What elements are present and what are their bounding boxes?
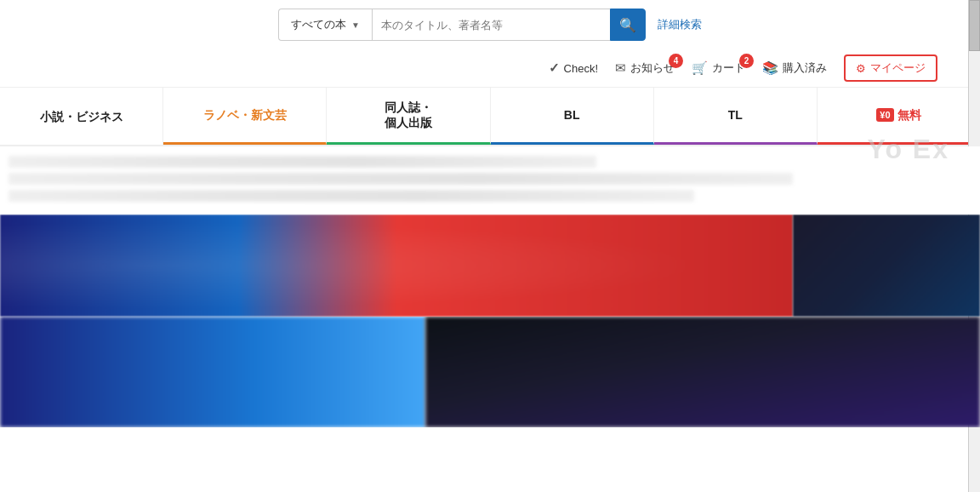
content-area (0, 146, 980, 215)
tab-doujin[interactable]: 同人誌・ 個人出版 (327, 88, 490, 145)
mail-icon: ✉ (615, 60, 626, 76)
search-icon: 🔍 (619, 17, 636, 33)
category-dropdown[interactable]: すべての本 ▼ (278, 9, 372, 41)
banner-left (0, 215, 793, 317)
banner-area (0, 215, 980, 317)
bookshelf-icon: 📚 (762, 60, 778, 76)
blurred-row-1 (9, 156, 596, 168)
mypage-label: マイページ (870, 60, 926, 76)
search-input[interactable] (372, 9, 610, 41)
tab-doujin-label: 同人誌・ 個人出版 (385, 100, 432, 130)
notification-badge: 4 (669, 54, 683, 68)
tab-bl[interactable]: BL (491, 88, 654, 145)
banner2-area (0, 317, 980, 427)
check-nav-item[interactable]: ✓ Check! (549, 60, 598, 76)
category-label: すべての本 (291, 17, 346, 32)
advanced-search-link[interactable]: 詳細検索 (658, 17, 702, 32)
tab-tl[interactable]: TL (654, 88, 818, 145)
mypage-button[interactable]: ⚙ マイページ (844, 54, 937, 82)
tab-novels[interactable]: 小説・ビジネス (0, 88, 163, 145)
notification-label: お知らせ (630, 60, 675, 76)
banner2-right (425, 317, 980, 427)
tab-tl-label: TL (728, 107, 743, 123)
scrollbar-thumb[interactable] (969, 0, 980, 51)
purchased-label: 購入済み (783, 60, 827, 76)
category-tabs: 小説・ビジネス ラノベ・新文芸 同人誌・ 個人出版 BL TL ¥0 無料 (0, 88, 980, 146)
tab-bl-label: BL (564, 107, 580, 123)
banner2-left (0, 317, 425, 427)
search-button[interactable]: 🔍 (610, 9, 646, 41)
cart-badge: 2 (739, 54, 754, 68)
check-label: Check! (564, 62, 598, 75)
cart-nav-item[interactable]: 🛒 カート 2 (692, 60, 745, 76)
chevron-down-icon: ▼ (351, 20, 360, 30)
blurred-row-3 (9, 190, 694, 202)
tab-lightnovel-label: ラノベ・新文芸 (203, 107, 287, 123)
tab-free-label: 無料 (897, 107, 921, 123)
check-icon: ✓ (549, 60, 560, 76)
yen-badge: ¥0 (876, 108, 893, 122)
blurred-row-2 (9, 173, 793, 185)
purchased-nav-item[interactable]: 📚 購入済み (762, 60, 827, 76)
banner-right (793, 215, 980, 317)
overlay-text: Yo Ex (867, 134, 949, 165)
notification-nav-item[interactable]: ✉ お知らせ 4 (615, 60, 675, 76)
tab-lightnovel[interactable]: ラノベ・新文芸 (163, 88, 327, 145)
nav-row: ✓ Check! ✉ お知らせ 4 🛒 カート 2 📚 購入済み ⚙ マイページ (0, 49, 980, 88)
cart-icon: 🛒 (692, 60, 708, 76)
tab-novels-label: 小説・ビジネス (40, 109, 123, 124)
search-bar: すべての本 ▼ 🔍 詳細検索 (0, 0, 980, 49)
gear-icon: ⚙ (856, 62, 866, 75)
